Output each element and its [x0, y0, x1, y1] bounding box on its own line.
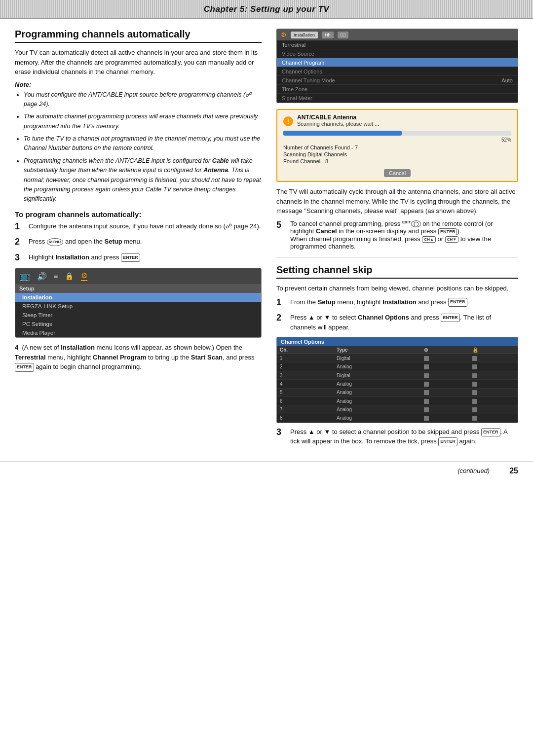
enter-icon-2: ENTER	[15, 363, 34, 372]
step-2: 2 Press MENU and open the Setup menu.	[15, 237, 262, 248]
setup-menu-screenshot: 📺 🔊 ≡ 🔒 ⚙ Setup Installation REGZA-LINK …	[15, 268, 262, 338]
setup-menu-label: Setup	[15, 284, 261, 293]
steps-list: 1 Configure the antenna input source, if…	[15, 221, 262, 263]
ch-down-icon: CH▼	[445, 236, 458, 243]
table-row: 7Analog	[277, 405, 518, 414]
exit-button-wrapper: EXIT◯	[402, 220, 421, 228]
note-item-4: Programming channels when the ANT/CABLE …	[24, 156, 262, 204]
enter-icon-6: ENTER	[481, 428, 500, 437]
table-row: 8Analog	[277, 414, 518, 422]
tv-icon: 📺	[19, 271, 30, 282]
setup-item-sleep: Sleep Timer	[15, 311, 261, 320]
setup-item-installation: Installation	[15, 293, 261, 302]
step-1: 1 Configure the antenna input source, if…	[15, 221, 262, 232]
setup-header-row: 📺 🔊 ≡ 🔒 ⚙	[15, 268, 261, 284]
channel-skip-steps: 1 From the Setup menu, highlight Install…	[276, 297, 518, 332]
install-tab-box: □□	[338, 32, 349, 38]
left-section-title: Programming channels automatically	[15, 29, 262, 43]
steps-subtitle: To program channels automatically:	[15, 210, 262, 218]
section-divider	[276, 257, 518, 257]
cycle-text: The TV will automatically cycle through …	[276, 187, 518, 216]
step4-text: 4 (A new set of Installation menu icons …	[15, 343, 262, 372]
scan-info-channels-found: Number of Channels Found - 7	[283, 144, 511, 150]
speaker-icon: 🔊	[37, 272, 47, 281]
page-header: Chapter 5: Setting up your TV	[0, 0, 533, 19]
channel-options-box: Channel Options Ch. Type ⊕ 🔒 1Digital 2A…	[276, 337, 518, 423]
setup-item-regza: REGZA-LINK Setup	[15, 302, 261, 311]
table-row: 1Digital	[277, 354, 518, 362]
skip-step-1: 1 From the Setup menu, highlight Install…	[276, 297, 518, 308]
lock-icon: 🔒	[65, 272, 74, 281]
skip-step-3: 3 Press ▲ or ▼ to select a channel posit…	[276, 427, 518, 446]
enter-icon: ENTER	[121, 253, 140, 262]
enter-icon-3: ENTER	[438, 228, 457, 235]
install-header: ⚙ Installation Hh □□	[277, 29, 518, 40]
col-type: Type	[334, 346, 421, 354]
channel-options-title: Channel Options	[277, 337, 518, 346]
installation-menu-screenshot: ⚙ Installation Hh □□ Terrestrial Video S…	[276, 29, 518, 103]
note-label: Note:	[15, 81, 262, 88]
page-number: 25	[509, 467, 518, 475]
menu-icon: MENU	[47, 238, 64, 246]
install-tab-label: Installation	[291, 32, 318, 38]
progress-bar-fill	[283, 131, 402, 136]
step5-number: 5	[276, 220, 286, 231]
horizontal-lines-icon: ≡	[54, 272, 58, 280]
scan-dialog: ! ANT/CABLE Antenna Scanning channels, p…	[276, 109, 518, 182]
step5-block: 5 To cancel channel programming, press E…	[276, 220, 518, 251]
page-footer: (continued) 25	[0, 461, 533, 480]
progress-bar-bg	[283, 131, 511, 136]
note-item-3: To tune the TV to a channel not programm…	[24, 134, 262, 153]
install-item-tuning-mode: Channel Tuning ModeAuto	[277, 76, 518, 85]
right-column: ⚙ Installation Hh □□ Terrestrial Video S…	[276, 29, 518, 451]
channel-options-table: Ch. Type ⊕ 🔒 1Digital 2Analog 3Digital 4…	[277, 346, 518, 423]
install-item-signal-meter: Signal Meter	[277, 94, 518, 103]
enter-icon-4: ENTER	[448, 298, 467, 307]
install-menu-list: Terrestrial Video Source Channel Program…	[277, 40, 518, 103]
enter-icon-7: ENTER	[438, 437, 457, 446]
step5-text: To cancel channel programming, press EXI…	[290, 220, 518, 251]
table-row: 5Analog	[277, 388, 518, 396]
ch-up-icon: CH▲	[422, 236, 435, 243]
note-item-2: The automatic channel programming proces…	[24, 112, 262, 131]
scan-dialog-header: ! ANT/CABLE Antenna Scanning channels, p…	[283, 114, 511, 129]
col-bookmark: ⊕	[421, 346, 469, 354]
setup-item-media: Media Player	[15, 328, 261, 337]
chapter-title: Chapter 5: Setting up your TV	[204, 4, 329, 14]
install-item-terrestrial: Terrestrial	[277, 40, 518, 49]
note-item-1: You must configure the ANT/CABLE input s…	[24, 90, 262, 109]
gear-small-icon: ⚙	[281, 31, 287, 38]
exit-icon: ◯	[411, 220, 421, 227]
step-3: 3 Highlight Installation and press ENTER…	[15, 252, 262, 263]
progress-label: 52%	[283, 137, 511, 143]
skip-step-2: 2 Press ▲ or ▼ to select Channel Options…	[276, 313, 518, 332]
setup-menu-list: Installation REGZA-LINK Setup Sleep Time…	[15, 293, 261, 337]
table-row: 4Analog	[277, 380, 518, 388]
scan-info-found-channel: Found Channel - 8	[283, 158, 511, 164]
install-item-channel-program: Channel Program	[277, 58, 518, 67]
left-column: Programming channels automatically Your …	[15, 29, 262, 451]
install-item-time-zone: Time Zone	[277, 85, 518, 94]
setup-item-pc: PC Settings	[15, 320, 261, 328]
skip-step3-list: 3 Press ▲ or ▼ to select a channel posit…	[276, 427, 518, 446]
table-row: 6Analog	[277, 396, 518, 405]
channel-skip-title: Setting channel skip	[276, 264, 518, 279]
enter-icon-5: ENTER	[441, 314, 460, 323]
cancel-button[interactable]: Cancel	[384, 169, 411, 177]
continued-label: (continued)	[457, 467, 490, 474]
table-row: 3Digital	[277, 371, 518, 379]
install-tab-hh: Hh	[322, 32, 334, 38]
table-row: 2Analog	[277, 362, 518, 371]
channel-skip-intro: To prevent certain channels from being v…	[276, 284, 518, 293]
note-list: You must configure the ANT/CABLE input s…	[15, 90, 262, 204]
intro-paragraph: Your TV can automatically detect all act…	[15, 48, 262, 77]
scan-dialog-subtitle: Scanning channels, please wait ...	[297, 121, 379, 127]
col-ch: Ch.	[277, 346, 334, 354]
gear-icon: ⚙	[81, 271, 87, 281]
install-item-video-source: Video Source	[277, 49, 518, 58]
warning-icon: !	[283, 116, 293, 126]
scan-info-scanning-digital: Scanning Digital Channels	[283, 151, 511, 157]
col-lock: 🔒	[469, 346, 518, 354]
scan-dialog-title: ANT/CABLE Antenna	[297, 114, 379, 121]
install-item-channel-options: Channel Options	[277, 67, 518, 76]
